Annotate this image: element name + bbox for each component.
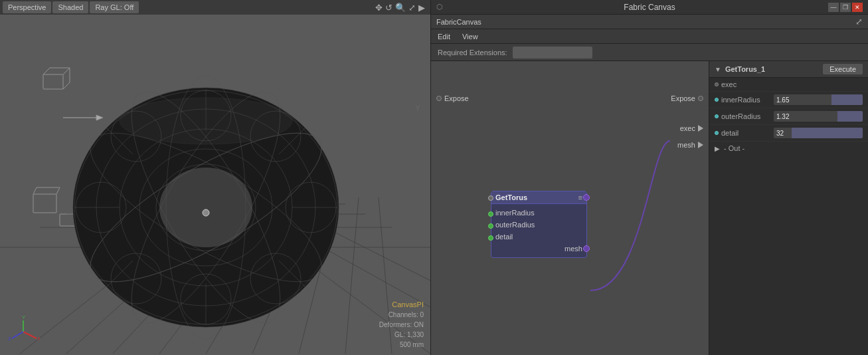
expose-right: Expose [671, 94, 703, 102]
svg-point-34 [120, 98, 292, 144]
channels-label: Channels: 0 [379, 310, 424, 320]
prop-section-header: ▼ GetTorus_1 Execute [709, 61, 868, 78]
svg-point-59 [250, 111, 301, 162]
svg-line-10 [299, 197, 339, 354]
svg-point-48 [72, 107, 340, 308]
menu-icon[interactable]: ▶ [418, 3, 425, 13]
axis-gizmo: X Y Z [7, 315, 40, 348]
collapse-arrow[interactable]: ▼ [715, 66, 721, 73]
detail-value: 32 [774, 130, 786, 137]
svg-point-62 [203, 209, 209, 216]
detail-slider [792, 128, 863, 138]
detail-value-bar[interactable]: 32 [774, 128, 863, 138]
close-button[interactable]: ✕ [852, 3, 863, 12]
outerradius-value-bar[interactable]: 1.32 [774, 111, 863, 122]
viewport[interactable]: Perspective Shaded Ray GL: Off ✥ ↺ 🔍 ⤢ ▶ [0, 0, 430, 355]
expand-button[interactable]: ⤢ [855, 17, 863, 27]
innerradius-value: 1.65 [774, 96, 792, 104]
svg-line-44 [103, 124, 133, 154]
gl-label: GL: 1,330 [379, 330, 424, 340]
mesh-label: mesh [564, 245, 582, 253]
innerradius-prop-label: innerRadius [721, 96, 771, 104]
expose-right-label: Expose [671, 94, 695, 102]
svg-text:Z: Z [8, 336, 11, 342]
search-icon[interactable]: 🔍 [395, 3, 406, 13]
edit-menu[interactable]: Edit [435, 31, 453, 42]
svg-point-52 [106, 74, 306, 342]
svg-line-4 [20, 197, 219, 354]
scene-info: CanvasPI Channels: 0 Deformers: ON GL: 1… [379, 299, 424, 350]
minimize-button[interactable]: — [828, 3, 839, 12]
svg-line-14 [232, 197, 430, 307]
svg-line-8 [206, 197, 299, 354]
node-header: GetTorus ≡ [491, 191, 586, 204]
expose-left-label: Expose [444, 94, 469, 102]
fabric-panel: ⬡ Fabric Canvas — ❐ ✕ FabricCanvas ⤢ Edi… [430, 0, 868, 355]
fabric-menubar: Edit View [431, 29, 868, 44]
innerradius-value-bar[interactable]: 1.65 [774, 94, 863, 105]
svg-rect-28 [60, 214, 76, 226]
svg-line-15 [266, 197, 430, 281]
innerradius-slider [831, 94, 863, 105]
move-icon[interactable]: ✥ [375, 3, 383, 13]
out-arrow-icon: ▶ [715, 145, 720, 152]
expand-icon[interactable]: ⤢ [408, 3, 416, 13]
required-ext-label: Required Extensions: [438, 49, 507, 57]
mesh-right-arrow [698, 142, 703, 148]
restore-button[interactable]: ❐ [840, 3, 851, 12]
required-extensions-bar: Required Extensions: [431, 44, 868, 61]
svg-text:X: X [37, 336, 40, 342]
svg-text:Y: Y [415, 104, 420, 113]
fabric-subheader: FabricCanvas ⤢ [431, 15, 868, 29]
svg-line-5 [66, 197, 239, 354]
node-out-port[interactable] [583, 194, 590, 201]
svg-point-39 [156, 164, 256, 251]
outerradius-port[interactable] [488, 223, 493, 229]
node-body: innerRadius outerRadius detail [491, 204, 586, 257]
innerradius-prop-dot [715, 98, 719, 102]
refresh-icon[interactable]: ↺ [385, 3, 392, 13]
svg-line-29 [56, 187, 60, 194]
exec-right-label: exec [680, 124, 695, 132]
svg-rect-19 [43, 74, 63, 89]
scene-area: Y [0, 15, 430, 355]
svg-line-7 [159, 197, 279, 354]
svg-text:Y: Y [22, 315, 26, 320]
svg-point-32 [73, 88, 339, 327]
exec-right-arrow [698, 125, 703, 132]
mesh-right-label: mesh [677, 141, 695, 149]
svg-line-20 [43, 68, 50, 74]
node-gettorus[interactable]: GetTorus ≡ innerRadius outerRa [491, 191, 587, 258]
prop-out-row[interactable]: ▶ - Out - [709, 142, 868, 155]
outerradius-label: outerRadius [495, 221, 535, 229]
svg-point-38 [139, 149, 272, 266]
outerradius-prop-label: outerRadius [721, 112, 771, 120]
svg-line-9 [252, 197, 319, 354]
canvas-area[interactable]: Expose Expose exec mesh [431, 61, 709, 355]
svg-point-61 [250, 253, 301, 304]
fabric-content: Expose Expose exec mesh [431, 61, 868, 355]
svg-line-65 [12, 332, 23, 338]
shading-button[interactable]: Shaded [52, 1, 88, 13]
mesh-output-port[interactable] [583, 245, 590, 252]
required-ext-input[interactable] [513, 47, 592, 59]
view-menu[interactable]: View [460, 31, 481, 42]
fabric-title: Fabric Canvas [624, 3, 675, 12]
size-label: 500 mm [379, 340, 424, 350]
perspective-button[interactable]: Perspective [3, 1, 51, 13]
innerradius-port[interactable] [488, 211, 493, 217]
prop-row-outerradius: outerRadius 1.32 [709, 108, 868, 125]
node-row-mesh: mesh [491, 243, 586, 255]
canvas-pi-label: CanvasPI [379, 299, 424, 310]
viewport-header: Perspective Shaded Ray GL: Off ✥ ↺ 🔍 ⤢ ▶ [0, 0, 430, 15]
expose-left-port [436, 96, 442, 101]
node-menu-icon[interactable]: ≡ [578, 193, 582, 201]
node-in-port[interactable] [488, 195, 493, 201]
svg-line-6 [113, 197, 259, 354]
execute-button[interactable]: Execute [823, 64, 863, 74]
detail-port[interactable] [488, 235, 493, 241]
outerradius-slider [837, 111, 863, 122]
raygl-button[interactable]: Ray GL: Off [90, 1, 139, 13]
outerradius-value: 1.32 [774, 113, 792, 120]
fabric-inner: FabricCanvas ⤢ Edit View Required Extens… [431, 15, 868, 355]
